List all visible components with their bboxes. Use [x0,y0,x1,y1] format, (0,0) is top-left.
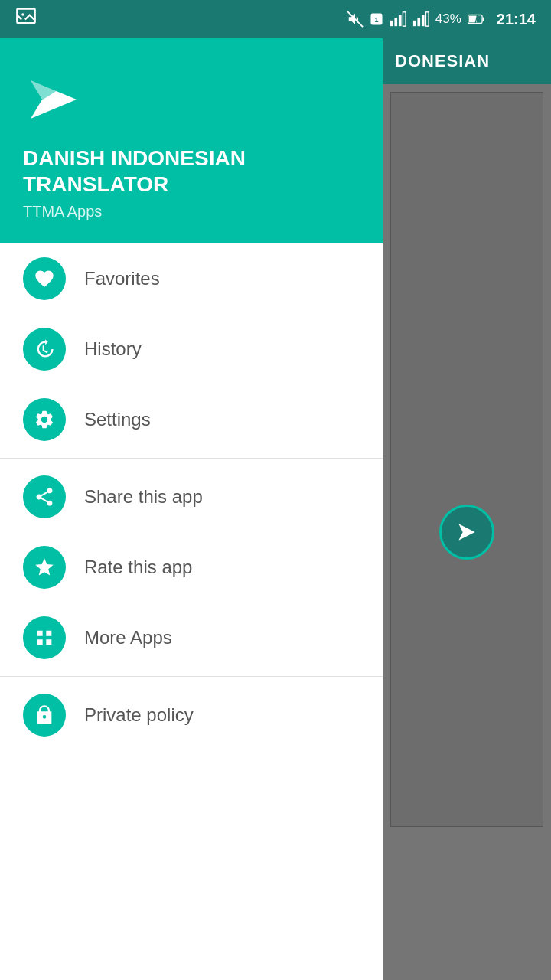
svg-text:1: 1 [374,16,378,24]
svg-rect-9 [413,21,416,26]
translate-fab[interactable] [439,505,494,560]
svg-rect-7 [399,15,402,27]
settings-icon-circle [23,398,66,441]
divider-1 [0,458,383,459]
svg-rect-0 [17,9,34,24]
privacy-label: Private policy [84,704,194,726]
send-fab-icon [455,520,479,544]
privacy-icon-circle [23,694,66,737]
star-icon [34,557,55,578]
favorites-label: Favorites [84,268,160,289]
gear-icon [34,409,55,430]
history-icon-circle [23,328,66,371]
svg-marker-19 [458,524,474,540]
history-label: History [84,338,142,360]
svg-rect-8 [403,12,406,26]
app-header: DONESIAN [383,38,551,84]
share-icon [34,486,55,508]
status-icons: 1 43% 21:14 [347,11,536,28]
app-body [383,84,551,980]
heart-icon [34,268,55,289]
svg-rect-5 [390,21,393,26]
svg-rect-12 [425,12,429,26]
drawer-header: DANISH INDONESIAN TRANSLATOR TTMA Apps [0,38,383,243]
app-subtitle: TTMA Apps [23,203,360,220]
lock-icon [34,704,55,726]
app-header-title: DONESIAN [395,51,490,71]
rate-icon-circle [23,546,66,589]
drawer-menu: Favorites History [0,243,383,980]
more-apps-label: More Apps [84,627,172,648]
svg-rect-6 [394,18,397,26]
rate-label: Rate this app [84,557,192,578]
divider-2 [0,676,383,677]
menu-item-history[interactable]: History [0,314,383,384]
clock-icon [34,338,55,360]
app-content-panel: DONESIAN [383,38,551,980]
settings-label: Settings [84,409,151,430]
svg-point-1 [21,13,24,16]
menu-item-share[interactable]: Share this app [0,462,383,532]
menu-section-secondary: Share this app Rate this app [0,462,383,673]
app-title: DANISH INDONESIAN TRANSLATOR [23,145,360,197]
svg-rect-11 [422,15,425,27]
menu-item-settings[interactable]: Settings [0,384,383,455]
battery-level: 43% [435,11,461,27]
svg-rect-10 [417,18,420,26]
menu-item-more-apps[interactable]: More Apps [0,603,383,673]
side-drawer: DANISH INDONESIAN TRANSLATOR TTMA Apps F… [0,38,383,980]
menu-item-favorites[interactable]: Favorites [0,243,383,314]
content-area [390,92,543,827]
time-display: 21:14 [497,11,536,28]
favorites-icon-circle [23,257,66,300]
menu-item-rate[interactable]: Rate this app [0,532,383,603]
menu-section-policy: Private policy [0,680,383,750]
svg-rect-14 [482,17,484,21]
status-bar: 1 43% 21:14 [0,0,551,38]
share-icon-circle [23,475,66,518]
grid-icon [34,627,55,648]
more-apps-icon-circle [23,616,66,659]
menu-item-privacy[interactable]: Private policy [0,680,383,750]
menu-section-main: Favorites History [0,243,383,455]
image-icon [15,6,37,32]
share-label: Share this app [84,486,203,508]
app-logo [23,69,84,130]
